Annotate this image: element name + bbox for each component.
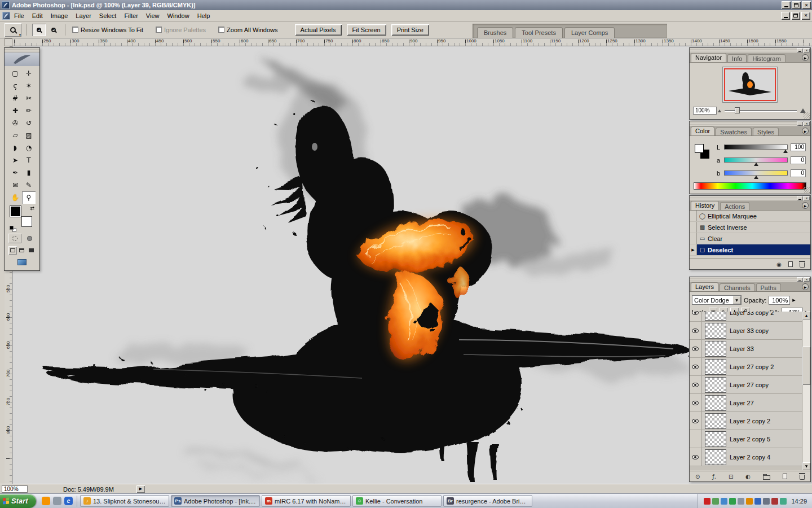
- gradient-tool[interactable]: ▨: [22, 129, 36, 142]
- pen-tool[interactable]: ✒: [8, 167, 22, 179]
- restore-button[interactable]: [792, 1, 801, 9]
- palette-minimize-button[interactable]: [797, 48, 803, 52]
- new-adjustment-layer-button[interactable]: ◐: [745, 474, 751, 480]
- visibility-toggle[interactable]: [690, 376, 701, 393]
- navigator-view-box[interactable]: [724, 68, 776, 101]
- tray-icon-7[interactable]: [754, 498, 761, 505]
- resize-grip[interactable]: [804, 112, 810, 119]
- layer-row-layer-33-copy-2[interactable]: Layer 33 copy 2: [690, 312, 802, 322]
- dodge-tool[interactable]: ◔: [22, 142, 36, 154]
- visibility-toggle[interactable]: [690, 448, 701, 466]
- palette-close-button[interactable]: ✕: [804, 121, 810, 126]
- layer-row-layer-27-copy[interactable]: Layer 27 copy: [690, 376, 802, 394]
- button-fit-screen[interactable]: Fit Screen: [347, 24, 386, 36]
- tab-navigator[interactable]: Navigator: [691, 53, 726, 62]
- palette-menu-button[interactable]: ▶: [802, 128, 809, 134]
- history-item-elliptical-marquee[interactable]: ◯Elliptical Marquee: [690, 211, 810, 222]
- move-tool[interactable]: ✛: [22, 67, 36, 80]
- button-actual-pixels[interactable]: Actual Pixels: [295, 24, 342, 36]
- tray-icon-2[interactable]: [712, 498, 719, 505]
- tray-icon-3[interactable]: [721, 498, 727, 505]
- new-document-from-state-button[interactable]: [788, 261, 793, 267]
- new-layer-set-button[interactable]: [763, 475, 770, 480]
- color-foreground-swatch[interactable]: [695, 144, 704, 153]
- layer-row-layer-33-copy[interactable]: Layer 33 copy: [690, 322, 802, 340]
- taskbar-task-winamp[interactable]: ♪13. Slipknot & Stonesour...: [80, 495, 169, 507]
- menu-select[interactable]: Select: [95, 11, 121, 21]
- foreground-color-swatch[interactable]: [10, 206, 21, 217]
- doc-minimize-button[interactable]: [781, 12, 790, 20]
- tab-paths[interactable]: Paths: [756, 283, 781, 291]
- dropdown-arrow-icon[interactable]: ▼: [732, 296, 741, 304]
- visibility-toggle[interactable]: [690, 412, 701, 430]
- slider-thumb-icon[interactable]: [754, 176, 758, 179]
- palette-minimize-button[interactable]: [797, 277, 803, 282]
- layer-row-layer-33[interactable]: Layer 33: [690, 340, 802, 358]
- status-menu-arrow[interactable]: ▶: [136, 485, 145, 493]
- channel-slider-track[interactable]: [724, 144, 788, 150]
- quick-mask-mode-button[interactable]: [23, 234, 36, 243]
- ruler-corner[interactable]: [5, 38, 12, 46]
- palette-close-button[interactable]: ✕: [804, 277, 810, 282]
- checkbox-ignore-palettes[interactable]: Ignore Palettes: [156, 27, 206, 33]
- clone-stamp-tool[interactable]: ✇: [8, 117, 22, 129]
- eraser-tool[interactable]: ▱: [8, 129, 22, 142]
- horizontal-ruler[interactable]: 2503003504004505005506006507007508008509…: [12, 38, 812, 46]
- taskbar-task-messenger[interactable]: ☺Kellie - Conversation: [352, 495, 442, 507]
- resize-grip[interactable]: [804, 187, 810, 193]
- layer-row-layer-2-copy-5[interactable]: Layer 2 copy 5: [690, 430, 802, 448]
- channel-slider-track[interactable]: [724, 157, 788, 163]
- minimize-button[interactable]: [782, 1, 791, 9]
- palette-title-bar[interactable]: ✕: [690, 196, 810, 201]
- menu-edit[interactable]: Edit: [28, 11, 47, 21]
- menu-file[interactable]: File: [10, 11, 28, 21]
- standard-mode-button[interactable]: [8, 234, 21, 243]
- zoom-out-mode-button[interactable]: −: [47, 24, 60, 36]
- delete-layer-button[interactable]: [800, 475, 805, 480]
- taskbar-task-bridge[interactable]: Brresurgence - Adobe Bridge: [443, 495, 532, 507]
- checkbox-resize-windows-to-fit[interactable]: Resize Windows To Fit: [72, 27, 143, 33]
- palette-minimize-button[interactable]: [797, 121, 803, 126]
- palette-menu-button[interactable]: ▶: [802, 202, 809, 209]
- tab-styles[interactable]: Styles: [753, 128, 779, 135]
- palette-close-button[interactable]: ✕: [804, 196, 810, 200]
- close-button[interactable]: ✕: [802, 1, 811, 9]
- zoom-out-icon[interactable]: [718, 110, 721, 112]
- navigator-zoom-slider[interactable]: [725, 110, 797, 111]
- slider-thumb-icon[interactable]: [783, 150, 788, 153]
- menu-image[interactable]: Image: [47, 11, 72, 21]
- tray-icon-9[interactable]: [771, 498, 778, 505]
- opacity-field[interactable]: 100%: [769, 296, 790, 305]
- rectangular-marquee-tool[interactable]: ▢: [8, 67, 22, 80]
- channel-value-field[interactable]: 0: [791, 156, 806, 164]
- brush-tool[interactable]: ✏: [22, 104, 36, 117]
- doc-restore-button[interactable]: [791, 12, 800, 20]
- blur-tool[interactable]: ◗: [8, 142, 22, 154]
- channel-value-field[interactable]: 0: [791, 169, 806, 177]
- type-tool[interactable]: T: [22, 154, 36, 167]
- layer-row-layer-2-copy-2[interactable]: Layer 2 copy 2: [690, 412, 802, 430]
- visibility-toggle[interactable]: [690, 394, 701, 411]
- notes-tool[interactable]: ✉: [8, 179, 22, 191]
- layers-scrollbar[interactable]: ▲ ▼: [802, 312, 810, 470]
- tab-color[interactable]: Color: [691, 126, 714, 135]
- zoom-in-mode-button[interactable]: +: [32, 24, 46, 36]
- visibility-toggle[interactable]: [690, 312, 701, 321]
- tray-volume-icon[interactable]: [763, 498, 770, 505]
- scroll-down-button[interactable]: ▼: [802, 462, 810, 470]
- start-button[interactable]: Start: [0, 494, 36, 508]
- history-item-deselect[interactable]: ▶▢Deselect: [690, 244, 810, 256]
- taskbar-task-mirc[interactable]: mmIRC 6.17 with NoName...: [262, 495, 351, 507]
- visibility-toggle[interactable]: [690, 340, 701, 357]
- zoom-slider-thumb[interactable]: [735, 107, 740, 113]
- button-print-size[interactable]: Print Size: [391, 24, 429, 36]
- tray-icon-10[interactable]: [780, 498, 787, 505]
- tab-histogram[interactable]: Histogram: [748, 54, 785, 62]
- layer-row-layer-27-copy-2[interactable]: Layer 27 copy 2: [690, 358, 802, 376]
- default-colors-icon[interactable]: [10, 226, 14, 230]
- navigator-zoom-field[interactable]: 100%: [693, 107, 717, 115]
- history-state-well[interactable]: [690, 211, 697, 221]
- add-layer-mask-button[interactable]: ⊡: [729, 474, 733, 480]
- menu-view[interactable]: View: [142, 11, 164, 21]
- scroll-up-button[interactable]: ▲: [802, 312, 810, 319]
